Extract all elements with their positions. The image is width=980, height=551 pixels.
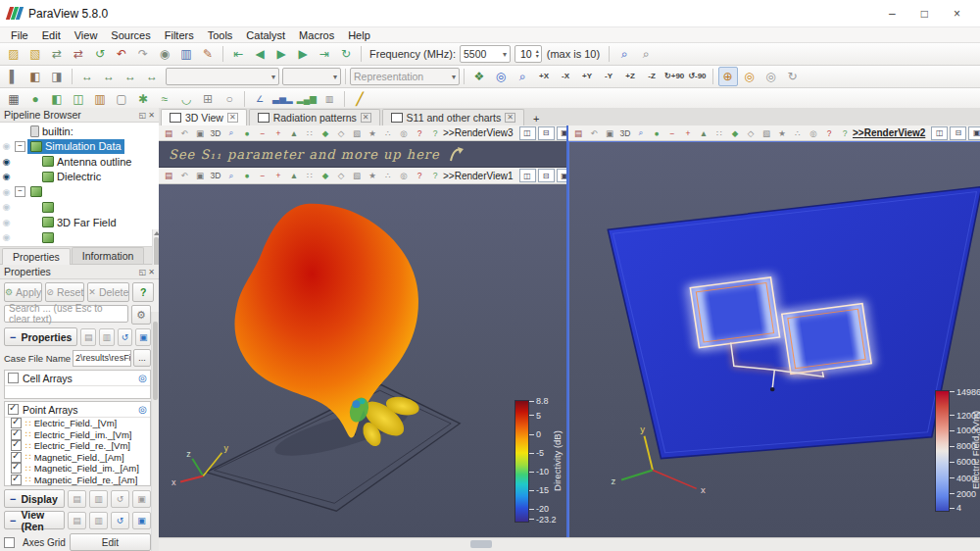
redo-icon[interactable]: ↷ <box>133 44 153 64</box>
connect-server-icon[interactable]: ⇄ <box>47 44 67 64</box>
visibility-eye-icon[interactable]: ◉ <box>0 141 13 151</box>
menu-item[interactable]: Sources <box>104 29 157 41</box>
copy-icon[interactable]: ▤ <box>68 490 86 508</box>
zoom-to-data-icon[interactable]: ◎ <box>491 67 511 86</box>
set-view-plus-z-button[interactable]: +Z <box>620 67 640 86</box>
pipeline-item[interactable]: ◉ Dielectric <box>0 170 159 185</box>
paste-icon[interactable]: ▥ <box>89 490 108 508</box>
pipeline-item[interactable]: ◉ 3D Far Field <box>0 215 159 230</box>
menu-item[interactable]: Macros <box>292 29 341 41</box>
renderview3-canvas[interactable]: See S₁₁ parameter and more up here <box>159 141 566 168</box>
view-tab[interactable]: S11 and other charts ✕ <box>382 109 524 125</box>
paste-icon[interactable]: ▥ <box>99 328 115 346</box>
spinner-arrows-icon[interactable]: ▴▾ <box>536 49 539 59</box>
cell-arrays-checkbox[interactable] <box>8 373 19 383</box>
undock-icon[interactable]: ◱ <box>139 268 147 276</box>
pick-center-icon[interactable]: + <box>271 126 286 139</box>
interactive-select-cells-icon[interactable]: ★ <box>366 170 380 182</box>
toggle-2d3d-icon[interactable]: 3D <box>209 126 223 139</box>
interactive-select-cells-icon[interactable]: ★ <box>775 126 790 139</box>
plot-over-time-icon[interactable]: ▂▄▆ <box>296 89 318 109</box>
save-settings-icon[interactable]: ▣ <box>135 328 151 346</box>
close-button[interactable]: × <box>954 7 960 21</box>
point-array-row[interactable]: ∷ Magnetic_Field_re._[Am] <box>5 475 150 486</box>
refresh-icon[interactable]: ↺ <box>111 490 129 508</box>
pipeline-item[interactable]: builtin: <box>0 124 159 139</box>
expander-icon[interactable]: − <box>15 141 25 152</box>
directivity-colorbar[interactable]: 8.850-5-10-15-20-23.2 Directivity (dB) <box>514 400 560 521</box>
renderview2-label[interactable]: >>RenderView2 <box>853 127 925 138</box>
set-view-plus-x-button[interactable]: +X <box>534 67 554 86</box>
point-array-row[interactable]: ∷ Electric_Field_re._[Vm] <box>5 440 150 452</box>
select-surface-cells-icon[interactable]: ▲ <box>287 170 302 182</box>
expander-icon[interactable]: − <box>15 186 25 197</box>
group-datasets-icon[interactable]: ⊞ <box>198 89 218 109</box>
electric-field-colorbar[interactable]: 14986120001000080006000400020004 Electri… <box>935 390 978 510</box>
select-cells-polygon-icon[interactable]: ◆ <box>318 126 333 139</box>
select-points-polygon-icon[interactable]: ◇ <box>334 126 349 139</box>
pick-center-icon[interactable]: + <box>681 126 696 139</box>
tooltip-point-icon[interactable]: ? <box>838 126 853 139</box>
renderview1-canvas[interactable]: z x y 8.850-5-10-15-20-23.2 Directivity … <box>159 184 566 538</box>
scrollbar-thumb[interactable] <box>470 540 492 548</box>
section-properties[interactable]: −Properties <box>4 327 77 346</box>
interactive-select-points-icon[interactable]: ∴ <box>381 126 396 139</box>
refresh-icon[interactable]: ↺ <box>111 512 129 529</box>
center-visibility-icon[interactable]: ● <box>240 170 255 182</box>
apply-button[interactable]: ⚙Apply <box>4 282 42 302</box>
select-surface-points-icon[interactable]: ∷ <box>303 126 318 139</box>
pipeline-item[interactable]: ◉ − Simulation Data <box>0 139 159 155</box>
save-settings-icon[interactable]: ▣ <box>132 490 151 508</box>
select-points-polygon-icon[interactable]: ◇ <box>744 126 759 139</box>
show-orientation-axes-icon[interactable]: ⊕ <box>718 67 738 86</box>
far-field-3d-render[interactable]: z x y <box>159 184 566 538</box>
toggle-2d3d-icon[interactable]: 3D <box>209 170 223 182</box>
slice-icon[interactable]: ◫ <box>69 89 88 109</box>
interactive-select-points-icon[interactable]: ∴ <box>381 170 396 182</box>
menu-item[interactable]: Filters <box>158 29 201 41</box>
select-surface-points-icon[interactable]: ∷ <box>303 170 318 182</box>
threshold-icon[interactable]: ▥ <box>90 89 110 109</box>
paste-icon[interactable]: ▥ <box>89 512 108 529</box>
camera-undo-icon[interactable]: ↶ <box>587 126 602 139</box>
component-select[interactable]: ▾ <box>282 68 341 85</box>
split-horizontal-button[interactable]: ◫ <box>519 169 536 182</box>
tab-close-icon[interactable]: ✕ <box>227 113 238 123</box>
tab-close-icon[interactable]: ✕ <box>361 113 371 123</box>
capture-view-icon[interactable]: ▣ <box>603 126 617 139</box>
camera-undo-icon[interactable]: ↶ <box>177 170 192 182</box>
reset-button[interactable]: ⊘Reset <box>45 282 84 302</box>
visibility-eye-icon[interactable]: ◉ <box>0 218 13 227</box>
find-data-icon[interactable]: ▥ <box>176 44 196 64</box>
search-input[interactable]: Search ... (use Esc to clear text) <box>4 305 128 323</box>
electric-field-render[interactable]: y z x <box>569 142 980 537</box>
set-view-minus-x-button[interactable]: -X <box>556 67 575 86</box>
toggle-color-legend-icon[interactable]: ▌ <box>4 67 24 86</box>
hide-center-icon[interactable]: ◎ <box>761 67 781 86</box>
pipeline-item[interactable]: ◉ − <box>0 184 159 200</box>
point-array-row[interactable]: ∷ Magnetic_Field_im._[Am] <box>5 463 150 475</box>
select-surface-cells-icon[interactable]: ▲ <box>287 126 302 139</box>
section-view[interactable]: −View (Ren <box>4 511 65 529</box>
stream-tracer-icon[interactable]: ≈ <box>155 89 174 109</box>
reset-center-icon[interactable]: ↻ <box>783 67 803 86</box>
browse-button[interactable]: ... <box>133 349 151 367</box>
axes-grid-edit-button[interactable]: Edit <box>70 533 151 551</box>
select-cells-polygon-icon[interactable]: ◆ <box>318 170 333 182</box>
rotation-center-icon[interactable]: ◎ <box>740 67 760 86</box>
ruler-icon[interactable]: ╱ <box>350 89 369 109</box>
menu-item[interactable]: Catalyst <box>239 29 292 41</box>
tab-close-icon[interactable]: ✕ <box>505 113 515 123</box>
menu-item[interactable]: Edit <box>35 29 68 41</box>
target-icon[interactable]: ◎ <box>138 404 147 415</box>
zoom-box-select-icon[interactable]: ⌕ <box>224 126 239 139</box>
edit-color-map-icon[interactable]: ◧ <box>25 67 45 86</box>
rotate-90-ccw-button[interactable]: ↺-90 <box>687 67 707 86</box>
rotate-90-cw-button[interactable]: ↻+90 <box>663 67 685 86</box>
close-icon[interactable]: ✕ <box>148 268 155 276</box>
capture-view-icon[interactable]: ▣ <box>193 126 208 139</box>
hide-center-axes-icon[interactable]: − <box>665 126 680 139</box>
point-array-row[interactable]: ∷ Electric_Field_im._[Vm] <box>5 429 150 441</box>
tab-information[interactable]: Information <box>72 247 145 264</box>
first-frame-icon[interactable]: ⇤ <box>228 44 248 64</box>
